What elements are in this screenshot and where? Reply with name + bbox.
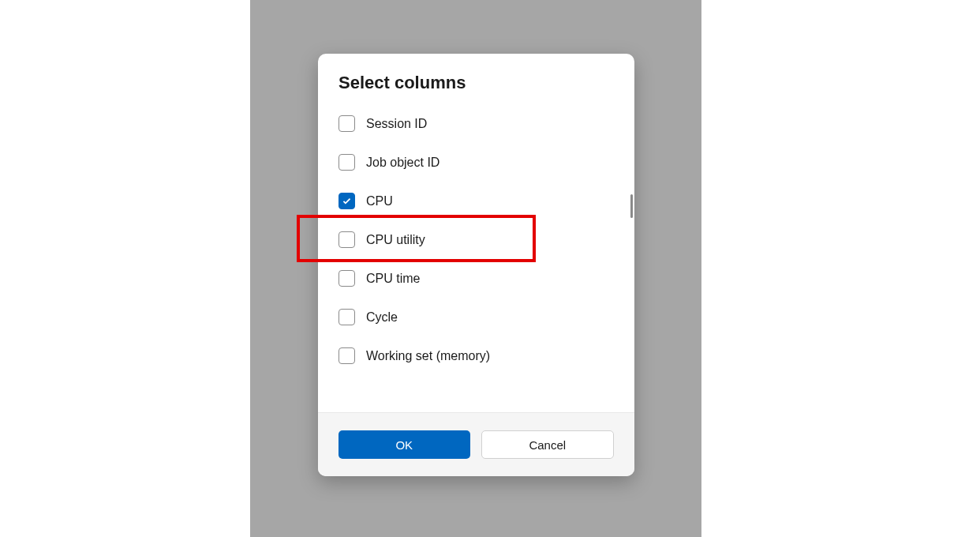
checkbox-cpu-utility[interactable] — [339, 231, 355, 248]
checkbox-job-object-id[interactable] — [339, 154, 355, 171]
checkbox-cpu[interactable] — [339, 193, 355, 209]
checkbox-session-id[interactable] — [339, 115, 355, 132]
dialog-title: Select columns — [339, 73, 614, 93]
option-label: CPU utility — [366, 233, 425, 247]
option-cycle[interactable]: Cycle — [339, 298, 614, 336]
option-session-id[interactable]: Session ID — [339, 104, 614, 143]
scrollbar-thumb[interactable] — [630, 194, 633, 218]
option-label: Cycle — [366, 310, 398, 325]
option-job-object-id[interactable]: Job object ID — [339, 143, 614, 182]
check-icon — [342, 196, 352, 206]
option-cpu-time[interactable]: CPU time — [339, 259, 614, 298]
ok-button[interactable]: OK — [339, 430, 470, 459]
option-label: CPU — [366, 194, 393, 208]
option-label: Working set (memory) — [366, 349, 490, 363]
dialog-header: Select columns — [318, 54, 634, 100]
option-working-set-memory[interactable]: Working set (memory) — [339, 336, 614, 375]
dialog-body: Session ID Job object ID CPU CPU utility — [318, 100, 634, 412]
dialog-footer: OK Cancel — [318, 412, 634, 476]
checkbox-cycle[interactable] — [339, 309, 355, 325]
option-cpu-utility[interactable]: CPU utility — [339, 220, 614, 259]
option-label: Job object ID — [366, 156, 440, 170]
checkbox-working-set-memory[interactable] — [339, 347, 355, 364]
select-columns-dialog: Select columns Session ID Job object ID … — [318, 54, 634, 476]
option-cpu[interactable]: CPU — [339, 182, 614, 220]
option-label: CPU time — [366, 272, 420, 286]
cancel-button[interactable]: Cancel — [481, 430, 615, 459]
checkbox-cpu-time[interactable] — [339, 270, 355, 287]
option-label: Session ID — [366, 117, 427, 131]
